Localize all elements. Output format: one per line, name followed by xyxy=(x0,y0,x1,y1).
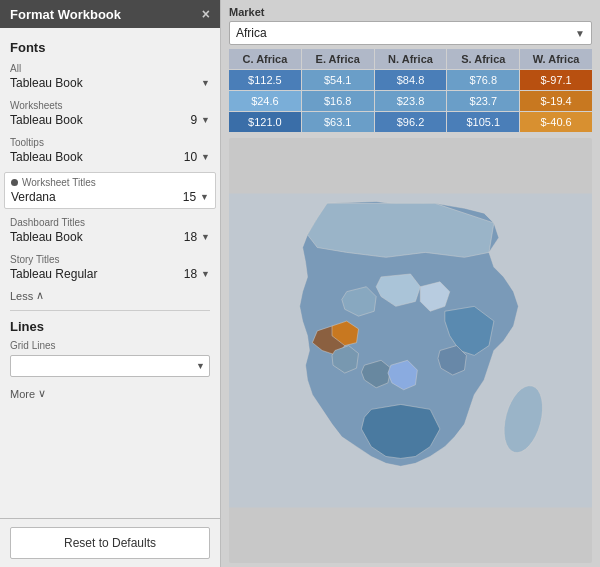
africa-map-area xyxy=(229,138,592,563)
font-dropdown-arrow-worksheets[interactable]: ▼ xyxy=(201,115,210,125)
panel-content: Fonts All Tableau Book ▼ Worksheets Tabl… xyxy=(0,28,220,518)
font-size-story-titles: 18 xyxy=(184,267,197,281)
font-dropdown-arrow-dashboard-titles[interactable]: ▼ xyxy=(201,232,210,242)
less-button[interactable]: Less ∧ xyxy=(10,289,210,302)
data-cell-r2-c0: $121.0 xyxy=(229,112,301,132)
data-cell-r2-c1: $63.1 xyxy=(302,112,374,132)
format-workbook-panel: Format Workbook × Fonts All Tableau Book… xyxy=(0,0,221,567)
data-cell-r1-c2: $23.8 xyxy=(375,91,447,111)
data-cell-r2-c4: $-40.6 xyxy=(520,112,592,132)
font-row-story-titles: Story Titles Tableau Regular 18 ▼ xyxy=(10,252,210,283)
market-label: Market xyxy=(229,6,592,18)
col-header-4: W. Africa xyxy=(520,49,592,69)
font-name-worksheet-titles: Verdana xyxy=(11,190,179,204)
font-row-worksheet-titles: Worksheet Titles Verdana 15 ▼ xyxy=(4,172,216,209)
more-arrow-icon: ∨ xyxy=(38,387,46,400)
close-icon[interactable]: × xyxy=(202,6,210,22)
less-arrow-icon: ∧ xyxy=(36,289,44,302)
font-size-worksheet-titles: 15 xyxy=(183,190,196,204)
lines-section-title: Lines xyxy=(10,319,210,334)
col-header-3: S. Africa xyxy=(447,49,519,69)
data-cell-r0-c1: $54.1 xyxy=(302,70,374,90)
active-dot-icon xyxy=(11,179,18,186)
lines-section: Lines Grid Lines ▼ xyxy=(10,319,210,377)
africa-map-svg xyxy=(229,138,592,563)
data-cell-r2-c3: $105.1 xyxy=(447,112,519,132)
fonts-section-title: Fonts xyxy=(10,40,210,55)
font-name-worksheets: Tableau Book xyxy=(10,113,186,127)
panel-footer: Reset to Defaults xyxy=(0,518,220,567)
font-size-dashboard-titles: 18 xyxy=(184,230,197,244)
table-row: $121.0$63.1$96.2$105.1$-40.6 xyxy=(229,112,592,132)
font-name-all: Tableau Book xyxy=(10,76,197,90)
font-size-tooltips: 10 xyxy=(184,150,197,164)
font-label-story-titles: Story Titles xyxy=(10,254,210,265)
font-label-all: All xyxy=(10,63,210,74)
data-cell-r1-c3: $23.7 xyxy=(447,91,519,111)
data-cell-r1-c0: $24.6 xyxy=(229,91,301,111)
table-row: $24.6$16.8$23.8$23.7$-19.4 xyxy=(229,91,592,111)
font-size-worksheets: 9 xyxy=(190,113,197,127)
font-name-tooltips: Tableau Book xyxy=(10,150,180,164)
col-header-1: E. Africa xyxy=(302,49,374,69)
font-row-dashboard-titles: Dashboard Titles Tableau Book 18 ▼ xyxy=(10,215,210,246)
font-label-worksheet-titles: Worksheet Titles xyxy=(11,177,209,188)
font-name-story-titles: Tableau Regular xyxy=(10,267,180,281)
font-row-worksheets: Worksheets Tableau Book 9 ▼ xyxy=(10,98,210,129)
font-dropdown-arrow-story-titles[interactable]: ▼ xyxy=(201,269,210,279)
more-button[interactable]: More ∨ xyxy=(10,387,210,400)
data-cell-r0-c4: $-97.1 xyxy=(520,70,592,90)
font-name-dashboard-titles: Tableau Book xyxy=(10,230,180,244)
grid-lines-arrow-icon[interactable]: ▼ xyxy=(196,361,205,371)
panel-title: Format Workbook xyxy=(10,7,121,22)
data-table: C. Africa E. Africa N. Africa S. Africa … xyxy=(229,49,592,132)
table-header-row: C. Africa E. Africa N. Africa S. Africa … xyxy=(229,49,592,69)
font-label-tooltips: Tooltips xyxy=(10,137,210,148)
grid-lines-label: Grid Lines xyxy=(10,340,210,351)
font-label-dashboard-titles: Dashboard Titles xyxy=(10,217,210,228)
market-header: Market Africa ▼ xyxy=(221,0,600,49)
font-row-tooltips: Tooltips Tableau Book 10 ▼ xyxy=(10,135,210,166)
data-cell-r0-c0: $112.5 xyxy=(229,70,301,90)
data-cell-r1-c1: $16.8 xyxy=(302,91,374,111)
data-cell-r0-c3: $76.8 xyxy=(447,70,519,90)
col-header-2: N. Africa xyxy=(375,49,447,69)
market-value: Africa xyxy=(236,26,575,40)
right-panel: Market Africa ▼ C. Africa E. Africa N. A… xyxy=(221,0,600,567)
grid-lines-dropdown[interactable]: ▼ xyxy=(10,355,210,377)
market-dropdown-arrow-icon[interactable]: ▼ xyxy=(575,28,585,39)
font-row-all: All Tableau Book ▼ xyxy=(10,61,210,92)
data-rows: $112.5$54.1$84.8$76.8$-97.1$24.6$16.8$23… xyxy=(229,70,592,132)
col-header-0: C. Africa xyxy=(229,49,301,69)
more-label: More xyxy=(10,388,35,400)
less-label: Less xyxy=(10,290,33,302)
font-dropdown-arrow-worksheet-titles[interactable]: ▼ xyxy=(200,192,209,202)
reset-to-defaults-button[interactable]: Reset to Defaults xyxy=(10,527,210,559)
data-cell-r0-c2: $84.8 xyxy=(375,70,447,90)
data-cell-r2-c2: $96.2 xyxy=(375,112,447,132)
font-dropdown-arrow-all[interactable]: ▼ xyxy=(201,78,210,88)
table-row: $112.5$54.1$84.8$76.8$-97.1 xyxy=(229,70,592,90)
data-cell-r1-c4: $-19.4 xyxy=(520,91,592,111)
market-dropdown[interactable]: Africa ▼ xyxy=(229,21,592,45)
font-dropdown-arrow-tooltips[interactable]: ▼ xyxy=(201,152,210,162)
divider xyxy=(10,310,210,311)
font-label-worksheets: Worksheets xyxy=(10,100,210,111)
panel-header: Format Workbook × xyxy=(0,0,220,28)
